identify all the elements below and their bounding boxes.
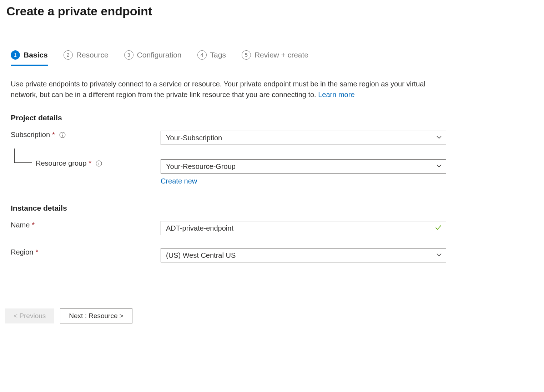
subscription-label: Subscription (11, 131, 50, 139)
required-indicator: * (89, 159, 91, 167)
subscription-label-col: Subscription * (11, 131, 161, 139)
tab-num-4: 4 (197, 50, 207, 60)
page-title: Create a private endpoint (0, 0, 544, 18)
info-icon[interactable] (96, 160, 102, 167)
tab-num-5: 5 (242, 50, 251, 60)
svg-point-1 (62, 133, 62, 134)
region-select[interactable]: (US) West Central US (161, 248, 446, 262)
info-icon[interactable] (59, 132, 66, 138)
name-label-col: Name * (11, 221, 161, 229)
tab-basics[interactable]: 1 Basics (11, 50, 48, 66)
subscription-select[interactable]: Your-Subscription (161, 131, 446, 145)
learn-more-link[interactable]: Learn more (318, 91, 354, 99)
region-value: (US) West Central US (166, 251, 236, 260)
tab-label-basics: Basics (24, 51, 48, 59)
tab-label-review-create: Review + create (255, 51, 308, 59)
tab-num-3: 3 (124, 50, 134, 60)
required-indicator: * (32, 221, 35, 229)
tab-num-2: 2 (64, 50, 73, 60)
region-label: Region (11, 248, 33, 256)
tab-label-tags: Tags (210, 51, 226, 59)
name-label: Name (11, 221, 30, 229)
subscription-value: Your-Subscription (166, 134, 222, 142)
wizard-tabs: 1 Basics 2 Resource 3 Configuration 4 Ta… (11, 50, 533, 66)
tab-label-configuration: Configuration (137, 51, 182, 59)
region-label-col: Region * (11, 248, 161, 256)
tab-tags[interactable]: 4 Tags (197, 50, 226, 66)
tab-review-create[interactable]: 5 Review + create (242, 50, 308, 66)
tab-resource[interactable]: 2 Resource (64, 50, 109, 66)
resource-group-select[interactable]: Your-Resource-Group (161, 159, 446, 174)
tab-label-resource: Resource (76, 51, 109, 59)
tree-connector-icon (14, 149, 32, 163)
previous-button: < Previous (5, 308, 54, 323)
name-input[interactable] (161, 221, 446, 235)
wizard-footer: < Previous Next : Resource > (0, 297, 544, 335)
description-body: Use private endpoints to privately conne… (11, 80, 425, 99)
instance-details-heading: Instance details (11, 204, 533, 212)
tab-configuration[interactable]: 3 Configuration (124, 50, 182, 66)
required-indicator: * (35, 248, 38, 256)
tab-num-1: 1 (11, 50, 20, 60)
resource-group-value: Your-Resource-Group (166, 162, 236, 171)
svg-point-4 (99, 162, 99, 162)
description-text: Use private endpoints to privately conne… (11, 79, 450, 100)
resource-group-label: Resource group (36, 159, 86, 167)
next-button[interactable]: Next : Resource > (60, 308, 132, 323)
required-indicator: * (52, 131, 55, 139)
project-details-heading: Project details (11, 114, 533, 122)
create-new-link[interactable]: Create new (161, 177, 197, 185)
resource-group-label-col: Resource group * (11, 159, 161, 167)
